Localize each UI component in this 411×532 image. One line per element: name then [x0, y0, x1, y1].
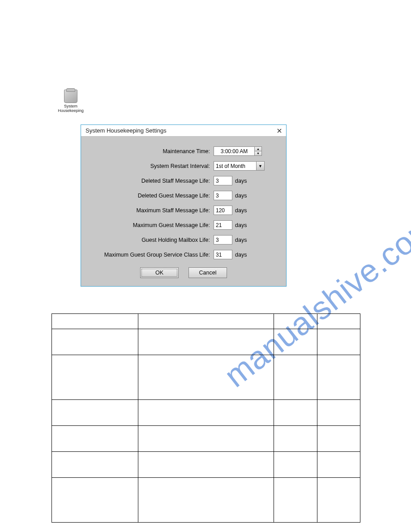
row-maintenance-time: Maintenance Time: ▲ ▼ [88, 146, 279, 156]
empty-settings-table [51, 313, 360, 523]
desktop-icon-label: System Housekeeping [55, 104, 86, 113]
max-guest-input[interactable] [214, 220, 232, 230]
deleted-staff-input[interactable] [214, 176, 232, 185]
restart-interval-control: ▼ [214, 161, 265, 171]
table-row [52, 329, 360, 355]
row-max-guest: Maximum Guest Message Life: days [88, 220, 279, 230]
system-housekeeping-desktop-icon[interactable]: System Housekeeping [55, 90, 86, 113]
row-holding-mailbox: Guest Holding Mailbox Life: days [88, 235, 279, 245]
table-row [52, 400, 360, 426]
maintenance-time-control: ▲ ▼ [214, 146, 262, 156]
restart-interval-select[interactable] [214, 161, 257, 171]
table-row [52, 426, 360, 452]
label-maintenance-time: Maintenance Time: [88, 148, 214, 154]
row-restart-interval: System Restart Interval: ▼ [88, 161, 279, 171]
unit-max-guest: days [235, 222, 247, 228]
label-max-guest: Maximum Guest Message Life: [88, 222, 214, 228]
label-max-staff: Maximum Staff Message Life: [88, 207, 214, 214]
unit-deleted-staff: days [235, 178, 247, 184]
holding-mailbox-input[interactable] [214, 235, 232, 245]
unit-group-service: days [235, 252, 247, 258]
group-service-input[interactable] [214, 250, 232, 259]
table-row [52, 478, 360, 523]
table-row [52, 452, 360, 478]
spinner-down-icon[interactable]: ▼ [255, 151, 262, 156]
deleted-guest-input[interactable] [214, 191, 232, 200]
unit-deleted-guest: days [235, 193, 247, 199]
label-holding-mailbox: Guest Holding Mailbox Life: [88, 237, 214, 243]
time-spinner: ▲ ▼ [255, 146, 262, 156]
dialog-button-row: OK Cancel [88, 267, 279, 278]
chevron-down-icon[interactable]: ▼ [257, 161, 265, 171]
table-row [52, 314, 360, 329]
label-group-service: Maximum Guest Group Service Class Life: [88, 252, 214, 258]
label-restart-interval: System Restart Interval: [88, 163, 214, 169]
unit-holding-mailbox: days [235, 237, 247, 243]
maintenance-time-input[interactable] [214, 146, 255, 156]
close-icon[interactable] [275, 127, 283, 135]
row-deleted-staff: Deleted Staff Message Life: days [88, 176, 279, 185]
spinner-up-icon[interactable]: ▲ [255, 146, 262, 151]
unit-max-staff: days [235, 207, 247, 214]
row-max-staff: Maximum Staff Message Life: days [88, 206, 279, 215]
row-deleted-guest: Deleted Guest Message Life: days [88, 191, 279, 200]
dialog-title: System Housekeeping Settings [86, 127, 167, 134]
system-housekeeping-dialog: System Housekeeping Settings Maintenance… [81, 124, 287, 287]
dialog-body: Maintenance Time: ▲ ▼ System Restart Int… [81, 137, 286, 286]
table-row [52, 355, 360, 400]
dialog-titlebar: System Housekeeping Settings [81, 125, 286, 137]
max-staff-input[interactable] [214, 206, 232, 215]
label-deleted-staff: Deleted Staff Message Life: [88, 178, 214, 184]
ok-button[interactable]: OK [140, 267, 179, 278]
row-group-service: Maximum Guest Group Service Class Life: … [88, 250, 279, 259]
trash-can-icon [64, 90, 77, 103]
cancel-button[interactable]: Cancel [188, 267, 227, 278]
label-deleted-guest: Deleted Guest Message Life: [88, 193, 214, 199]
